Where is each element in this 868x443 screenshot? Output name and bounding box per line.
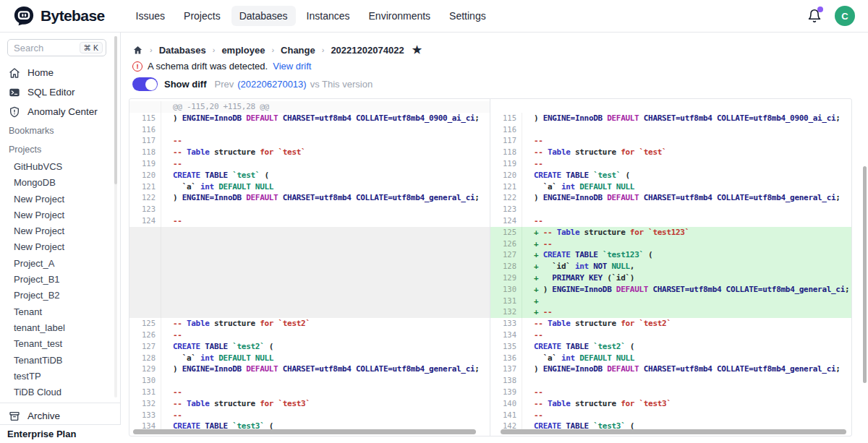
line-code: CREATE TABLE `test2` ( xyxy=(161,341,273,353)
sidebar-project-project-b2[interactable]: Project_B2 xyxy=(0,288,120,304)
sidebar-project-new-project[interactable]: New Project xyxy=(0,223,120,239)
line-number: 116 xyxy=(129,124,161,136)
nav-projects[interactable]: Projects xyxy=(176,6,229,26)
sidebar-item-sql-editor[interactable]: SQL Editor xyxy=(0,82,120,102)
diff-line: 132-- Table structure for `test3` xyxy=(129,398,490,410)
brand[interactable]: Bytebase xyxy=(13,5,105,27)
diff-line-placeholder xyxy=(490,101,851,113)
line-number: 124 xyxy=(129,215,161,227)
breadcrumb-databases[interactable]: Databases xyxy=(159,45,206,56)
sidebar-project-project-a[interactable]: Project_A xyxy=(0,256,120,272)
show-diff-toggle[interactable] xyxy=(132,77,158,91)
line-number xyxy=(129,227,161,238)
view-drift-link[interactable]: View drift xyxy=(273,61,311,72)
diff-line: 130 xyxy=(129,375,490,387)
diff-line: 125-- Table structure for `test2` xyxy=(129,318,490,330)
sidebar-scrollbar[interactable] xyxy=(114,36,117,397)
line-code: ) ENGINE=InnoDB DEFAULT CHARSET=utf8mb4 … xyxy=(161,192,480,204)
line-number: 117 xyxy=(490,135,522,147)
line-number: 128 xyxy=(129,353,161,364)
sidebar-project-new-project[interactable]: New Project xyxy=(0,239,120,255)
diff-line: 118-- Table structure for `test` xyxy=(129,147,490,158)
sidebar-item-home[interactable]: Home xyxy=(0,63,120,82)
diff-line: 115) ENGINE=InnoDB DEFAULT CHARSET=utf8m… xyxy=(129,113,490,124)
diff-line: 116 xyxy=(490,124,851,136)
diff-line: 133-- Table structure for `test2` xyxy=(490,318,851,330)
sidebar-project-mongodb[interactable]: MongoDB xyxy=(0,175,120,191)
sidebar-project-tenant-test[interactable]: Tenant_test xyxy=(0,336,120,352)
sidebar-project-tenanttidb[interactable]: TenantTiDB xyxy=(0,353,120,369)
sidebar-project-tenant-label[interactable]: tenant_label xyxy=(0,320,120,336)
diff-line-added: 125+ -- Table structure for `test123` xyxy=(490,227,851,238)
diff-line: 122) ENGINE=InnoDB DEFAULT CHARSET=utf8m… xyxy=(129,192,490,204)
diff-line-placeholder xyxy=(129,306,490,318)
search-shortcut-badge: ⌘ K xyxy=(80,42,103,53)
sidebar-item-archive[interactable]: Archive xyxy=(0,406,120,426)
archive-icon xyxy=(9,410,20,422)
diff-line: 139-- xyxy=(490,387,851,398)
sidebar-project-new-project[interactable]: New Project xyxy=(0,192,120,207)
diff-line-added: 127+ CREATE TABLE `test123` ( xyxy=(490,249,851,261)
line-number: 121 xyxy=(490,181,522,193)
sidebar-project-tidb-cloud[interactable]: TiDB Cloud xyxy=(0,384,120,400)
line-number: 118 xyxy=(129,147,161,158)
star-icon[interactable]: ★ xyxy=(412,43,422,56)
home-icon[interactable] xyxy=(132,45,143,56)
sidebar-project-tenant[interactable]: Tenant xyxy=(0,304,120,320)
line-number xyxy=(490,101,522,113)
diff-left-hscrollbar[interactable] xyxy=(133,429,476,434)
line-code: ) ENGINE=InnoDB DEFAULT CHARSET=utf8mb4 … xyxy=(522,192,841,204)
breadcrumb-separator: › xyxy=(322,46,325,54)
nav-environments[interactable]: Environments xyxy=(361,6,439,26)
diff-line: 115) ENGINE=InnoDB DEFAULT CHARSET=utf8m… xyxy=(490,113,851,124)
line-number xyxy=(129,272,161,284)
sidebar-project-project-b1[interactable]: Project_B1 xyxy=(0,272,120,288)
page-vscrollbar[interactable] xyxy=(863,166,867,383)
search-input[interactable]: Search ⌘ K xyxy=(7,39,106,56)
diff-pane-current: 115) ENGINE=InnoDB DEFAULT CHARSET=utf8m… xyxy=(490,99,851,436)
line-number xyxy=(129,284,161,296)
nav-settings[interactable]: Settings xyxy=(441,6,494,26)
prev-version-link[interactable]: (202206270013) xyxy=(237,79,306,90)
breadcrumb-change[interactable]: Change xyxy=(281,45,315,56)
line-number xyxy=(129,249,161,261)
breadcrumb-employee[interactable]: employee xyxy=(221,45,265,56)
line-code: ) ENGINE=InnoDB DEFAULT CHARSET=utf8mb4 … xyxy=(161,113,480,124)
line-code: -- Table structure for `test3` xyxy=(522,398,671,410)
line-number: 129 xyxy=(129,364,161,375)
avatar[interactable]: C xyxy=(835,6,855,26)
diff-line-placeholder xyxy=(129,238,490,250)
line-number: 136 xyxy=(490,353,522,364)
sidebar-project-new-project[interactable]: New Project xyxy=(0,207,120,223)
line-code: `a` int DEFAULT NULL xyxy=(522,353,634,364)
line-number: 123 xyxy=(129,204,161,215)
line-number: 139 xyxy=(490,387,522,398)
nav-instances[interactable]: Instances xyxy=(299,6,358,26)
notification-bell-icon[interactable] xyxy=(807,9,822,23)
line-number: 140 xyxy=(490,398,522,410)
breadcrumb-separator: › xyxy=(271,46,274,54)
diff-line: 128 `a` int DEFAULT NULL xyxy=(129,353,490,364)
line-code: `a` int DEFAULT NULL xyxy=(161,353,273,364)
line-number: 131 xyxy=(490,296,522,307)
sidebar-project-testtp[interactable]: testTP xyxy=(0,369,120,384)
sidebar-project-githubvcs[interactable]: GitHubVCS xyxy=(0,159,120,175)
diff-right-hscrollbar[interactable] xyxy=(501,429,846,434)
sidebar-item-anomaly-center[interactable]: Anomaly Center xyxy=(0,102,120,121)
sidebar-scrollbar-thumb[interactable] xyxy=(114,36,117,184)
notification-dot xyxy=(817,7,823,12)
top-navbar: Bytebase IssuesProjectsDatabasesInstance… xyxy=(0,0,868,33)
nav-databases[interactable]: Databases xyxy=(231,6,296,26)
line-number: 130 xyxy=(490,284,522,296)
line-code: -- Table structure for `test` xyxy=(161,147,305,158)
line-code: CREATE TABLE `test` ( xyxy=(522,170,630,181)
line-number: 126 xyxy=(490,238,522,250)
line-number: 122 xyxy=(129,192,161,204)
line-number xyxy=(129,296,161,307)
nav-issues[interactable]: Issues xyxy=(128,6,173,26)
alert-message: A schema drift was detected. xyxy=(148,61,268,72)
diff-line: 119-- xyxy=(490,158,851,170)
diff-line: 133-- xyxy=(129,410,490,421)
diff-line: 140-- Table structure for `test3` xyxy=(490,398,851,410)
toggle-knob xyxy=(145,79,157,90)
